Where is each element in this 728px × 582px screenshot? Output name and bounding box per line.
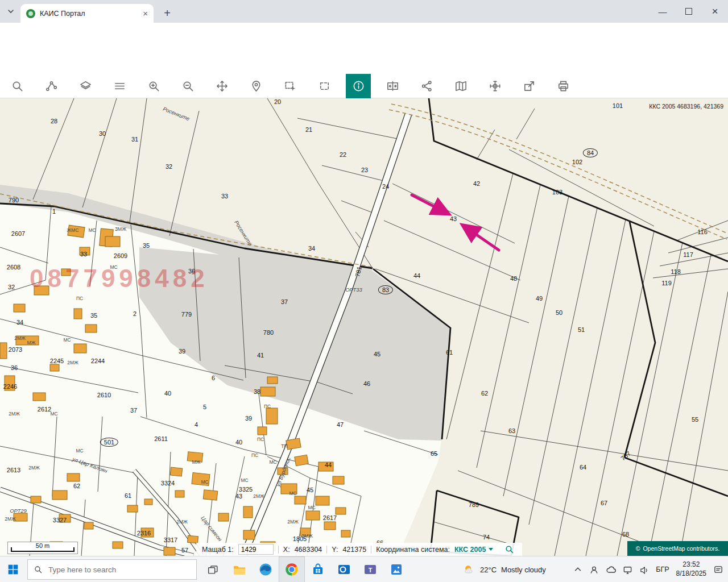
- svg-text:T: T: [369, 567, 373, 573]
- folded-map-tool-button[interactable]: [448, 74, 473, 98]
- scale-input[interactable]: [238, 544, 274, 555]
- search-icon: [34, 565, 43, 574]
- layers-pair-tool-button[interactable]: [73, 74, 98, 98]
- measure-tool-button[interactable]: [39, 74, 64, 98]
- tray-chevron-up-icon[interactable]: [573, 565, 582, 574]
- layers-pair-icon: [79, 80, 92, 93]
- share-nodes-icon: [420, 80, 433, 93]
- speaker-icon[interactable]: [639, 565, 649, 575]
- taskbar-search-input[interactable]: [47, 565, 180, 575]
- window-close-button[interactable]: ×: [702, 0, 728, 23]
- weather-temp: 22°C: [480, 566, 497, 574]
- date: 8/18/2025: [676, 569, 706, 579]
- select-area-tool-button[interactable]: [278, 74, 303, 98]
- taskbar-app-icons: T: [226, 556, 410, 582]
- print-tool-button[interactable]: [551, 74, 576, 98]
- locate-tool-button[interactable]: [243, 74, 268, 98]
- taskbar-search-box[interactable]: [27, 559, 197, 580]
- select-area-icon: [284, 80, 297, 93]
- clear-selection-tool-button[interactable]: [312, 74, 337, 98]
- folded-map-icon: [454, 80, 468, 93]
- system-tray: БГР 23:52 8/18/2025: [573, 556, 728, 582]
- snap-grid-tool-button[interactable]: [482, 74, 507, 98]
- map-status-bar: Мащаб 1: X: 4683304 Y: 421375 Координатн…: [196, 543, 522, 556]
- scale-label: Мащаб 1:: [202, 546, 234, 554]
- chrome-button[interactable]: [279, 556, 305, 582]
- print-icon: [557, 80, 570, 93]
- info-tool-button[interactable]: [346, 74, 371, 98]
- notification-center-icon[interactable]: [713, 564, 723, 575]
- language-indicator[interactable]: БГР: [656, 566, 669, 573]
- tab-search-chevron-icon[interactable]: [3, 4, 18, 19]
- chevron-down-icon: [489, 548, 493, 551]
- search-tool-button[interactable]: [5, 74, 30, 98]
- weather-widget[interactable]: 22°C Mostly cloudy: [458, 556, 551, 582]
- crs-value: ККС 2005: [454, 546, 486, 554]
- new-tab-button[interactable]: +: [159, 5, 175, 21]
- scale-bar-line: [11, 551, 75, 552]
- weather-icon: [463, 563, 475, 576]
- browser-address-bar: kais.cadastre.bg/bg/Map ★ K ⋮: [0, 23, 728, 49]
- info-icon: [352, 80, 365, 93]
- crs-label: Координатна система:: [376, 546, 450, 554]
- layers-stack-tool-button[interactable]: [107, 74, 132, 98]
- time: 23:52: [676, 560, 706, 569]
- locate-icon: [250, 80, 263, 93]
- onedrive-cloud-icon[interactable]: [606, 564, 616, 575]
- divider: [326, 546, 327, 554]
- crs-dropdown[interactable]: ККС 2005: [454, 546, 493, 554]
- windows-taskbar: T 22°C Mostly cloudy БГР 23:52 8/18/2025: [0, 556, 728, 582]
- task-view-button[interactable]: [200, 556, 225, 582]
- maximize-icon: [685, 8, 692, 15]
- clear-selection-icon: [318, 80, 331, 93]
- share-nodes-tool-button[interactable]: [414, 74, 439, 98]
- zoom-out-tool-button[interactable]: [175, 74, 200, 98]
- map-reference-coordinates: ККС 2005 4683196, 421369: [649, 103, 723, 110]
- zoom-in-icon: [147, 80, 160, 93]
- photos-button[interactable]: [383, 556, 410, 582]
- scale-bar-label: 50 m: [36, 542, 49, 549]
- map-toolbar: [0, 74, 728, 98]
- window-maximize-button[interactable]: [676, 0, 702, 23]
- osm-attribution[interactable]: © OpenStreetMap contributors.: [627, 541, 728, 556]
- tab-title: КАИС Портал: [40, 10, 138, 18]
- edge-button[interactable]: [253, 556, 279, 582]
- scale-bar: 50 m: [7, 542, 78, 554]
- measure-icon: [45, 80, 58, 93]
- x-label: X:: [283, 546, 290, 554]
- file-explorer-button[interactable]: [226, 556, 253, 582]
- coordinate-search-button[interactable]: [504, 544, 514, 554]
- zoom-in-tool-button[interactable]: [141, 74, 166, 98]
- zoom-out-icon: [181, 80, 195, 93]
- divider: [278, 546, 279, 554]
- display-icon[interactable]: [623, 565, 632, 575]
- x-value: 4683304: [295, 546, 322, 554]
- weather-condition: Mostly cloudy: [501, 566, 546, 574]
- copyright-icon: ©: [636, 545, 640, 552]
- y-value: 421375: [342, 546, 366, 554]
- contacts-icon[interactable]: [589, 565, 599, 575]
- tab-close-icon[interactable]: ×: [143, 9, 148, 18]
- window-minimize-button[interactable]: —: [650, 0, 676, 23]
- browser-tab-strip: КАИС Портал × + — ×: [0, 0, 728, 23]
- teams-button[interactable]: T: [357, 556, 383, 582]
- export-icon: [523, 80, 536, 93]
- taskbar-clock[interactable]: 23:52 8/18/2025: [676, 560, 706, 578]
- divider: [371, 546, 371, 554]
- outlook-button[interactable]: [331, 556, 357, 582]
- pan-icon: [216, 80, 229, 93]
- browser-tab[interactable]: КАИС Портал ×: [20, 4, 154, 23]
- search-icon: [11, 80, 24, 93]
- swipe-compare-tool-button[interactable]: [380, 74, 405, 98]
- pan-tool-button[interactable]: [209, 74, 234, 98]
- tab-favicon: [26, 9, 35, 18]
- map-canvas[interactable]: 2021222324283031323334790424344484950515…: [0, 98, 728, 556]
- snap-grid-icon: [489, 80, 502, 93]
- export-tool-button[interactable]: [516, 74, 541, 98]
- start-button[interactable]: [0, 556, 26, 582]
- attribution-text: OpenStreetMap contributors.: [643, 545, 719, 552]
- microsoft-store-button[interactable]: [305, 556, 331, 582]
- swipe-compare-icon: [386, 80, 399, 93]
- cadastral-map: [0, 98, 728, 556]
- site-header: КАРТАУСЛУГИРЕГИСТРИЖАЛБИСПРАВКИПРАВОСПОС…: [0, 49, 728, 74]
